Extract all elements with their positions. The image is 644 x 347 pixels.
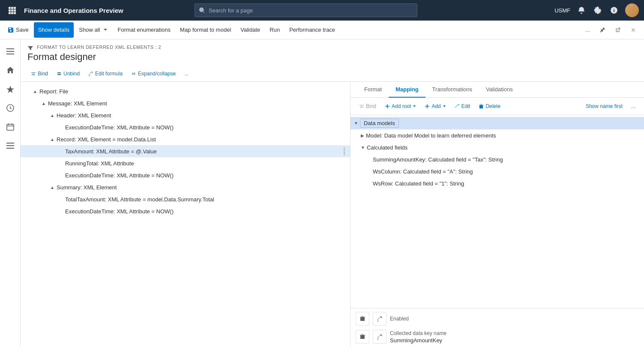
mapping-more-button[interactable]: ...: [628, 100, 639, 112]
add-button[interactable]: Add: [421, 100, 449, 112]
delete-button[interactable]: Delete: [475, 100, 504, 112]
map-item-model[interactable]: ▶ Model: Data model Model to learn defer…: [350, 129, 644, 141]
tree-item-message[interactable]: ▲ Message: XML Element: [21, 97, 350, 109]
page-title: Format designer: [27, 51, 637, 63]
tree-item-record[interactable]: ▲ Record: XML Element = model.Data.List: [21, 133, 350, 145]
tree-item-taxamount[interactable]: ▲ TaxAmount: XML Attribute = @.Value: [21, 145, 350, 157]
edit-button[interactable]: Edit: [451, 100, 474, 112]
unbind-button[interactable]: Unbind: [53, 68, 83, 80]
svg-rect-3: [9, 9, 11, 12]
tree-item-exec-datetime-header[interactable]: ▲ ExecutionDateTime: XML Attribute = NOW…: [21, 121, 350, 133]
pin-button[interactable]: [595, 22, 610, 38]
edit-key-button[interactable]: [373, 330, 386, 344]
map-item-summing-amount-key[interactable]: ▶ SummingAmountKey: Calculated field = "…: [350, 153, 644, 165]
map-item-wsrow[interactable]: ▶ WsRow: Calculated field = "1": String: [350, 177, 644, 189]
vertical-drag-handle: [344, 147, 347, 155]
breadcrumb: FORMAT TO LEARN DEFERRED XML ELEMENTS : …: [37, 45, 161, 50]
user-label: USMF: [554, 7, 570, 14]
run-button[interactable]: Run: [265, 22, 284, 38]
avatar[interactable]: [625, 3, 639, 17]
map-item-calculated-fields[interactable]: ▼ Calculated fields: [350, 141, 644, 153]
add-root-button[interactable]: Add root: [381, 100, 419, 112]
nav-list-icon[interactable]: [2, 137, 19, 154]
app-grid-icon[interactable]: [5, 3, 19, 17]
svg-rect-7: [11, 12, 13, 14]
svg-rect-0: [9, 7, 11, 9]
cmd-right: ...: [581, 22, 641, 38]
top-bar: Finance and Operations Preview USMF: [0, 0, 644, 21]
top-bar-right: USMF: [554, 3, 639, 17]
map-item-wscolumn[interactable]: ▶ WsColumn: Calculated field = "A": Stri…: [350, 165, 644, 177]
show-all-button[interactable]: Show all: [75, 22, 112, 38]
mapping-panel: Format Mapping Transformations Validatio…: [350, 82, 644, 347]
tree-toggle-message[interactable]: ▲: [41, 101, 46, 106]
tree-item-total-tax[interactable]: ▲ TotalTaxAmount: XML Attribute = model.…: [21, 193, 350, 205]
edit-enabled-button[interactable]: [373, 312, 386, 326]
tree-item-summary[interactable]: ▲ Summary: XML Element: [21, 181, 350, 193]
svg-rect-14: [6, 143, 14, 144]
mapping-tabs: Format Mapping Transformations Validatio…: [350, 82, 644, 98]
save-button[interactable]: Save: [3, 22, 33, 38]
nav-recent-icon[interactable]: [2, 99, 19, 117]
close-button[interactable]: [626, 22, 641, 38]
svg-rect-9: [6, 48, 14, 49]
svg-rect-13: [7, 124, 14, 130]
enabled-label: Enabled: [390, 316, 409, 322]
tree-toggle-report[interactable]: ▲: [33, 89, 38, 94]
svg-rect-16: [6, 148, 14, 149]
search-bar[interactable]: [195, 3, 417, 17]
nav-home-icon[interactable]: [2, 62, 19, 79]
svg-rect-4: [11, 9, 13, 12]
tab-transformations[interactable]: Transformations: [425, 82, 479, 98]
tree-toggle-summary[interactable]: ▲: [50, 185, 55, 190]
more-toolbar-button[interactable]: ...: [181, 68, 192, 80]
notification-icon[interactable]: [576, 5, 587, 15]
map-toggle-calc: ▼: [361, 145, 365, 150]
split-area: ▲ Report: File ▲ Message: XML Element ▲ …: [21, 82, 644, 347]
tab-format[interactable]: Format: [357, 82, 389, 98]
page-header: FORMAT TO LEARN DEFERRED XML ELEMENTS : …: [21, 39, 644, 66]
open-in-new-button[interactable]: [611, 22, 625, 38]
delete-enabled-button[interactable]: [356, 312, 369, 326]
app-title: Finance and Operations Preview: [24, 7, 123, 14]
tree-item-exec-datetime-summary[interactable]: ▲ ExecutionDateTime: XML Attribute = NOW…: [21, 205, 350, 217]
bottom-row-key-name: Collected data key name SummingAmountKey: [356, 330, 639, 344]
tab-mapping[interactable]: Mapping: [389, 82, 425, 98]
map-item-data-models[interactable]: ▼ Data models: [350, 117, 644, 129]
search-input[interactable]: [209, 7, 413, 14]
validate-button[interactable]: Validate: [236, 22, 264, 38]
bind-button[interactable]: Bind: [27, 68, 51, 80]
svg-rect-1: [11, 7, 13, 9]
show-details-button[interactable]: Show details: [34, 22, 74, 38]
svg-rect-6: [9, 12, 11, 14]
mapping-tree: ▼ Data models ▶ Model: Data model Model …: [350, 115, 644, 308]
format-enumerations-button[interactable]: Format enumerations: [114, 22, 175, 38]
command-bar: Save Show details Show all Format enumer…: [0, 21, 644, 39]
nav-calendar-icon[interactable]: [2, 118, 19, 135]
svg-rect-5: [14, 9, 16, 12]
svg-rect-11: [6, 54, 14, 54]
edit-formula-button[interactable]: Edit formula: [85, 68, 126, 80]
nav-favorites-icon[interactable]: [2, 81, 19, 98]
tree-item-report-file[interactable]: ▲ Report: File: [21, 85, 350, 97]
tree-item-exec-datetime-record[interactable]: ▲ ExecutionDateTime: XML Attribute = NOW…: [21, 169, 350, 181]
filter-icon[interactable]: [27, 45, 33, 51]
tree-toggle-record[interactable]: ▲: [50, 137, 55, 142]
more-options-button[interactable]: ...: [581, 22, 594, 38]
expand-collapse-button[interactable]: Expand/collapse: [128, 68, 179, 80]
tab-validations[interactable]: Validations: [479, 82, 520, 98]
tree-item-running-total[interactable]: ▲ RunningTotal: XML Attribute: [21, 157, 350, 169]
app-layout: FORMAT TO LEARN DEFERRED XML ELEMENTS : …: [0, 39, 644, 347]
nav-menu-icon[interactable]: [2, 43, 19, 60]
key-name-label: Collected data key name: [390, 330, 446, 336]
help-icon[interactable]: [609, 5, 619, 15]
map-format-to-model-button[interactable]: Map format to model: [176, 22, 235, 38]
format-panel: ▲ Report: File ▲ Message: XML Element ▲ …: [21, 82, 350, 347]
settings-icon[interactable]: [593, 5, 603, 15]
tree-item-header[interactable]: ▲ Header: XML Element: [21, 109, 350, 121]
delete-key-button[interactable]: [356, 330, 369, 344]
performance-trace-button[interactable]: Performance trace: [285, 22, 339, 38]
mapping-bind-button[interactable]: Bind: [356, 100, 380, 112]
tree-toggle-header[interactable]: ▲: [50, 113, 55, 118]
show-name-first-button[interactable]: Show name first: [582, 100, 626, 112]
